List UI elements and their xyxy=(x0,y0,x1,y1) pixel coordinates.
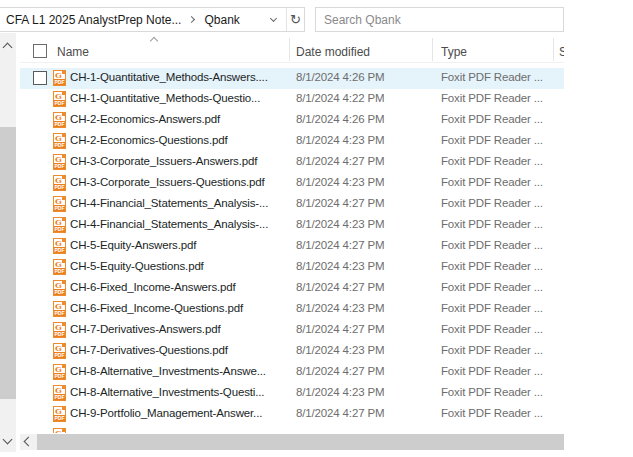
file-row[interactable]: G PDF CH-1-Quantitative_Methods-Answers.… xyxy=(20,68,564,89)
file-row[interactable]: G PDF CH-4-Financial_Statements_Analysis… xyxy=(20,215,564,236)
pdf-file-icon: G PDF xyxy=(53,428,66,433)
file-row[interactable]: G PDF CH-7-Derivatives-Questions.pdf 8/1… xyxy=(20,341,564,362)
file-type: Foxit PDF Reader ... xyxy=(441,113,559,125)
pdf-file-icon: G PDF xyxy=(53,406,66,422)
file-date-modified: 8/1/2024 4:27 PM xyxy=(296,239,426,251)
column-divider[interactable] xyxy=(289,38,290,61)
refresh-icon[interactable]: ↻ xyxy=(287,8,304,31)
file-type: Foxit PDF Reader ... xyxy=(441,302,559,314)
pdf-file-icon: G PDF xyxy=(53,133,66,149)
scroll-up-icon[interactable] xyxy=(3,43,13,53)
file-name: CH-6-Fixed_Income-Answers.pdf xyxy=(70,281,298,293)
file-date-modified: 8/1/2024 4:23 PM xyxy=(296,176,426,188)
row-checkbox[interactable] xyxy=(33,71,47,85)
file-row[interactable]: G PDF CH-5-Equity-Answers.pdf 8/1/2024 4… xyxy=(20,236,564,257)
file-date-modified: 8/1/2024 4:27 PM xyxy=(296,197,426,209)
select-all-checkbox[interactable] xyxy=(33,44,47,58)
file-name: CH-3-Corporate_Issuers-Questions.pdf xyxy=(70,176,298,188)
column-header-type[interactable]: Type xyxy=(441,45,467,59)
column-header-size[interactable]: Size xyxy=(559,45,564,59)
file-row[interactable]: G PDF CH-4-Financial_Statements_Analysis… xyxy=(20,194,564,215)
file-row[interactable]: G PDF CH-6-Fixed_Income-Questions.pdf 8/… xyxy=(20,299,564,320)
pdf-file-icon: G PDF xyxy=(53,301,66,317)
pdf-file-icon: G PDF xyxy=(53,364,66,380)
file-date-modified: 8/1/2024 4:26 PM xyxy=(296,113,426,125)
file-row[interactable]: G PDF CH-5-Equity-Questions.pdf 8/1/2024… xyxy=(20,257,564,278)
file-row[interactable]: G PDF CH-6-Fixed_Income-Answers.pdf 8/1/… xyxy=(20,278,564,299)
nav-pane-scrollbar[interactable] xyxy=(0,33,16,452)
file-name: CH-4-Financial_Statements_Analysis-... xyxy=(70,218,298,230)
pdf-file-icon: G PDF xyxy=(53,112,66,128)
file-row[interactable]: G PDF CH-3-Corporate_Issuers-Questions.p… xyxy=(20,173,564,194)
file-explorer-window: CFA L1 2025 AnalystPrep Note... Qbank ↻ … xyxy=(0,0,633,457)
file-name: CH-5-Equity-Questions.pdf xyxy=(70,260,298,272)
scroll-left-icon[interactable] xyxy=(24,437,34,447)
pdf-file-icon: G PDF xyxy=(53,196,66,212)
file-row[interactable]: G PDF CH-7-Derivatives-Answers.pdf 8/1/2… xyxy=(20,320,564,341)
file-date-modified: 8/1/2024 4:27 PM xyxy=(296,407,426,419)
file-name: CH-8-Alternative_Investments-Questi... xyxy=(70,386,298,398)
file-type: Foxit PDF Reader ... xyxy=(441,239,559,251)
partial-file-row[interactable]: G PDF xyxy=(20,427,564,433)
address-dropdown-icon[interactable] xyxy=(270,14,277,21)
file-row[interactable]: G PDF CH-8-Alternative_Investments-Quest… xyxy=(20,383,564,404)
file-date-modified: 8/1/2024 4:27 PM xyxy=(296,365,426,377)
pdf-file-icon: G PDF xyxy=(53,238,66,254)
file-date-modified: 8/1/2024 4:26 PM xyxy=(296,71,426,83)
list-header: Name Date modified Type Size xyxy=(20,36,564,63)
file-type: Foxit PDF Reader ... xyxy=(441,92,559,104)
scroll-down-icon[interactable] xyxy=(3,435,13,445)
column-divider[interactable] xyxy=(432,38,433,61)
file-name: CH-9-Portfolio_Management-Answer... xyxy=(70,407,298,419)
file-list: G PDF CH-1-Quantitative_Methods-Answers.… xyxy=(20,68,564,425)
file-name: CH-2-Economics-Answers.pdf xyxy=(70,113,298,125)
file-type: Foxit PDF Reader ... xyxy=(441,71,559,83)
file-date-modified: 8/1/2024 4:23 PM xyxy=(296,302,426,314)
pdf-file-icon: G PDF xyxy=(53,175,66,191)
horizontal-scrollbar[interactable] xyxy=(20,434,564,450)
pdf-file-icon: G PDF xyxy=(53,91,66,107)
file-row[interactable]: G PDF CH-3-Corporate_Issuers-Answers.pdf… xyxy=(20,152,564,173)
file-row[interactable]: G PDF CH-9-Portfolio_Management-Answer..… xyxy=(20,404,564,425)
search-input[interactable] xyxy=(316,8,563,31)
file-date-modified: 8/1/2024 4:27 PM xyxy=(296,155,426,167)
file-date-modified: 8/1/2024 4:27 PM xyxy=(296,281,426,293)
file-name: CH-6-Fixed_Income-Questions.pdf xyxy=(70,302,298,314)
pdf-file-icon: G PDF xyxy=(53,217,66,233)
file-date-modified: 8/1/2024 4:23 PM xyxy=(296,386,426,398)
file-row[interactable]: G PDF CH-2-Economics-Answers.pdf 8/1/202… xyxy=(20,110,564,131)
file-row[interactable]: G PDF CH-8-Alternative_Investments-Answe… xyxy=(20,362,564,383)
horizontal-scrollbar-thumb[interactable] xyxy=(37,434,564,450)
file-date-modified: 8/1/2024 4:27 PM xyxy=(296,323,426,335)
column-header-date-modified[interactable]: Date modified xyxy=(296,45,370,59)
file-date-modified: 8/1/2024 4:23 PM xyxy=(296,134,426,146)
file-row[interactable]: G PDF CH-1-Quantitative_Methods-Questio.… xyxy=(20,89,564,110)
file-type: Foxit PDF Reader ... xyxy=(441,134,559,146)
breadcrumb-current-folder[interactable]: Qbank xyxy=(204,13,239,27)
file-type: Foxit PDF Reader ... xyxy=(441,176,559,188)
file-name: CH-7-Derivatives-Questions.pdf xyxy=(70,344,298,356)
file-type: Foxit PDF Reader ... xyxy=(441,155,559,167)
file-row[interactable]: G PDF CH-2-Economics-Questions.pdf 8/1/2… xyxy=(20,131,564,152)
file-date-modified: 8/1/2024 4:23 PM xyxy=(296,218,426,230)
address-bar[interactable]: CFA L1 2025 AnalystPrep Note... Qbank ↻ xyxy=(0,7,305,32)
file-type: Foxit PDF Reader ... xyxy=(441,197,559,209)
column-divider[interactable] xyxy=(553,38,554,61)
column-header-name[interactable]: Name xyxy=(57,45,89,59)
breadcrumb-separator-icon xyxy=(188,16,195,23)
file-name: CH-8-Alternative_Investments-Answe... xyxy=(70,365,298,377)
pdf-file-icon: G PDF xyxy=(53,259,66,275)
file-name: CH-2-Economics-Questions.pdf xyxy=(70,134,298,146)
file-name: CH-5-Equity-Answers.pdf xyxy=(70,239,298,251)
file-date-modified: 8/1/2024 4:22 PM xyxy=(296,92,426,104)
breadcrumb-parent-folder[interactable]: CFA L1 2025 AnalystPrep Note... xyxy=(6,13,181,27)
file-name: CH-1-Quantitative_Methods-Answers.... xyxy=(70,71,298,83)
pdf-file-icon: G PDF xyxy=(53,70,66,86)
sort-ascending-icon xyxy=(150,37,158,45)
file-name: CH-7-Derivatives-Answers.pdf xyxy=(70,323,298,335)
file-type: Foxit PDF Reader ... xyxy=(441,407,559,419)
pdf-file-icon: G PDF xyxy=(53,280,66,296)
pdf-file-icon: G PDF xyxy=(53,385,66,401)
file-type: Foxit PDF Reader ... xyxy=(441,281,559,293)
nav-pane-scrollbar-thumb[interactable] xyxy=(0,127,16,399)
